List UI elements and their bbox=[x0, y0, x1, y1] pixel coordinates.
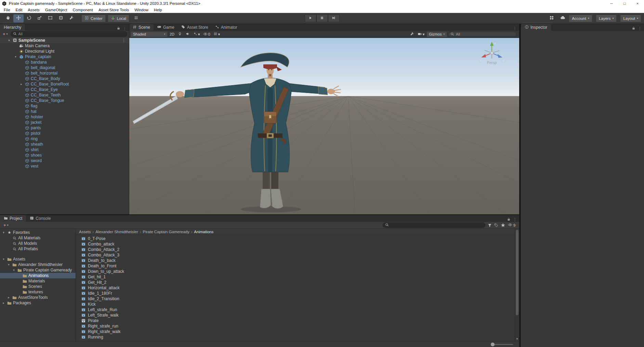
panel-menu-icon[interactable]: ⋮ bbox=[513, 26, 517, 31]
foldout-icon[interactable]: ▾ bbox=[6, 263, 11, 266]
foldout-icon[interactable]: ▾ bbox=[1, 257, 6, 261]
rect-tool-button[interactable] bbox=[45, 14, 55, 23]
hierarchy-item-main-camera[interactable]: Main Camera bbox=[0, 43, 129, 49]
asset-pirate[interactable]: Pirate bbox=[76, 318, 519, 323]
folder-animations[interactable]: Animations bbox=[0, 273, 76, 278]
folder-textures[interactable]: textures bbox=[0, 289, 76, 295]
tab-hierarchy[interactable]: Hierarchy bbox=[0, 24, 25, 31]
asset-death-to-front[interactable]: Death_to_Front bbox=[76, 263, 519, 269]
favorites-header[interactable]: ▾ ★ Favorites bbox=[0, 230, 76, 235]
asset-0-t-pose[interactable]: 0_T-Pose bbox=[76, 236, 519, 241]
hierarchy-item-cc-base-boneroot[interactable]: ▸CC_Base_BoneRoot bbox=[0, 81, 129, 87]
scene-options-icon[interactable]: ⋮ bbox=[122, 38, 129, 43]
slider-knob[interactable] bbox=[491, 343, 495, 346]
shading-mode-dropdown[interactable]: Shaded ▾ bbox=[131, 31, 168, 37]
pivot-mode-button[interactable]: Center bbox=[81, 15, 106, 22]
menu-edit[interactable]: Edit bbox=[13, 7, 25, 13]
hierarchy-item-cc-base-body[interactable]: CC_Base_Body bbox=[0, 76, 129, 81]
hierarchy-search-input[interactable]: All bbox=[11, 31, 127, 37]
pause-button[interactable] bbox=[316, 14, 328, 22]
asset-combo-attack-3[interactable]: Combo_Attack_3 bbox=[76, 252, 519, 258]
panel-menu-icon[interactable]: ⋮ bbox=[513, 217, 517, 222]
version-control-button[interactable] bbox=[547, 15, 556, 22]
layout-dropdown[interactable]: Layout ▾ bbox=[620, 15, 641, 22]
menu-assets[interactable]: Assets bbox=[25, 7, 42, 13]
asset-idle-1-180fr[interactable]: Idle_1_180Fr bbox=[76, 291, 519, 296]
panel-menu-icon[interactable]: ⋮ bbox=[638, 26, 642, 31]
account-dropdown[interactable]: Account ▾ bbox=[569, 15, 592, 22]
play-button[interactable] bbox=[305, 14, 316, 22]
tab-game[interactable]: Game bbox=[154, 24, 178, 31]
handle-rotation-button[interactable]: Local bbox=[108, 15, 130, 22]
menu-file[interactable]: File bbox=[1, 7, 13, 13]
grid-visibility-dropdown[interactable]: ▾ bbox=[212, 31, 221, 37]
folder-packages[interactable]: ▸Packages bbox=[0, 300, 76, 306]
hierarchy-item-pants[interactable]: pants bbox=[0, 125, 129, 131]
favorites-item-all-materials[interactable]: All Materials bbox=[0, 235, 76, 241]
folder-assetstoretools[interactable]: ▸AssetStoreTools bbox=[0, 295, 76, 300]
scene-audio-toggle[interactable] bbox=[184, 31, 191, 37]
asset-combo-attack-2[interactable]: Combo_Attack_2 bbox=[76, 247, 519, 252]
folder-scenes[interactable]: Scenes bbox=[0, 284, 76, 289]
packages-visibility-button[interactable]: 9 bbox=[508, 223, 517, 228]
hidden-objects-toggle[interactable]: 0 bbox=[202, 31, 211, 37]
scene-lighting-toggle[interactable] bbox=[176, 31, 183, 37]
hierarchy-item-shoes[interactable]: shoes bbox=[0, 152, 129, 158]
menu-window[interactable]: Window bbox=[132, 7, 151, 13]
tab-project[interactable]: Project bbox=[0, 215, 26, 222]
hierarchy-item-bandana[interactable]: bandana bbox=[0, 59, 129, 65]
tab-console[interactable]: Console bbox=[26, 215, 54, 222]
search-by-label-button[interactable] bbox=[494, 223, 498, 227]
hierarchy-item-jacket[interactable]: jacket bbox=[0, 120, 129, 125]
scene-search-input[interactable]: All bbox=[448, 32, 516, 37]
grid-snapping-button[interactable] bbox=[131, 15, 141, 22]
breadcrumb-animations[interactable]: Animations bbox=[194, 230, 213, 234]
hierarchy-item-cc-base-teeth[interactable]: CC_Base_Teeth bbox=[0, 92, 129, 98]
scroll-down-icon[interactable]: ▼ bbox=[515, 337, 519, 341]
tool-settings-button[interactable] bbox=[409, 31, 416, 37]
rotate-tool-button[interactable] bbox=[24, 14, 34, 23]
lock-icon[interactable] bbox=[117, 26, 120, 31]
asset-right-strafe-walk[interactable]: Right_strafe_walk bbox=[76, 329, 519, 334]
tab-scene[interactable]: Scene bbox=[129, 24, 154, 31]
step-button[interactable] bbox=[328, 14, 340, 22]
lock-icon[interactable] bbox=[632, 26, 635, 31]
asset-right-strafe-run[interactable]: Right_strafe_run bbox=[76, 323, 519, 329]
hierarchy-item-vest[interactable]: vest bbox=[0, 163, 129, 169]
create-object-button[interactable]: + ▾ bbox=[2, 31, 9, 37]
asset-kick[interactable]: Kick bbox=[76, 302, 519, 307]
hierarchy-item-shirt[interactable]: shirt bbox=[0, 147, 129, 152]
layers-dropdown[interactable]: Layers ▾ bbox=[596, 15, 617, 22]
asset-get-hit-2[interactable]: Get_Hit_2 bbox=[76, 280, 519, 285]
close-button[interactable]: × bbox=[631, 0, 644, 7]
create-asset-button[interactable]: + ▾ bbox=[2, 223, 10, 228]
camera-settings-dropdown[interactable]: ▾ bbox=[417, 31, 426, 37]
custom-tool-button[interactable] bbox=[66, 14, 77, 23]
asset-running[interactable]: Running bbox=[76, 334, 519, 340]
foldout-expanded-icon[interactable]: ▾ bbox=[7, 39, 11, 42]
favorites-item-all-models[interactable]: All Models bbox=[0, 241, 76, 246]
panel-menu-icon[interactable]: ⋮ bbox=[123, 26, 127, 31]
foldout-icon[interactable]: ▸ bbox=[19, 82, 24, 86]
menu-component[interactable]: Component bbox=[70, 7, 95, 13]
minimize-button[interactable]: ─ bbox=[605, 0, 618, 7]
tab-animator[interactable]: Animator bbox=[212, 24, 241, 31]
menu-help[interactable]: Help bbox=[151, 7, 165, 13]
scene-3d-viewport[interactable]: y x z Persp bbox=[129, 38, 519, 214]
foldout-icon[interactable]: ▸ bbox=[1, 301, 6, 305]
save-search-button[interactable]: ★ bbox=[501, 222, 505, 228]
projection-mode-label[interactable]: Persp bbox=[487, 61, 497, 65]
hierarchy-item-sword[interactable]: sword bbox=[0, 158, 129, 163]
asset-idle-2-transition[interactable]: Idle_2_Transition bbox=[76, 296, 519, 302]
search-by-type-button[interactable] bbox=[488, 223, 492, 227]
folder-materials[interactable]: Materials bbox=[0, 278, 76, 284]
hierarchy-item-directional-light[interactable]: Directional Light bbox=[0, 49, 129, 54]
hierarchy-item-ring[interactable]: ring bbox=[0, 136, 129, 142]
asset-combo-attack[interactable]: Combo_attack bbox=[76, 241, 519, 247]
thumbnail-zoom-slider[interactable] bbox=[491, 344, 513, 345]
foldout-expanded-icon[interactable]: ▾ bbox=[1, 231, 6, 234]
lock-icon[interactable] bbox=[507, 217, 511, 222]
file-list-scrollbar[interactable]: ▼ bbox=[515, 229, 519, 341]
scene-effects-dropdown[interactable]: ▾ bbox=[192, 31, 201, 37]
tab-inspector[interactable]: Inspector bbox=[521, 24, 551, 31]
